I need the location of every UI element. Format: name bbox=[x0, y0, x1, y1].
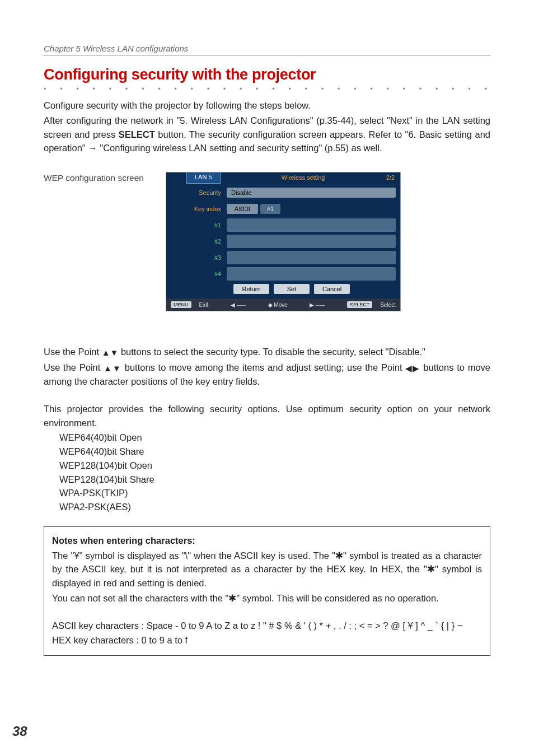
shot-r2-lbl: #2 bbox=[171, 238, 227, 245]
shot-r2-field bbox=[227, 235, 396, 248]
intro-l2c: "Configuring wireless LAN setting and se… bbox=[97, 143, 382, 153]
section-heading: Configuring security with the projector bbox=[44, 66, 490, 83]
wep-config-label: WEP configuration screen bbox=[44, 172, 166, 183]
arrow-icon: → bbox=[88, 143, 97, 153]
usage-l2b: buttons to move among the items and adju… bbox=[121, 362, 405, 372]
wep-config-screenshot: LAN 5 Wireless setting 2/2 Security Disa… bbox=[166, 172, 401, 311]
shot-right-icon: ▶ ----- bbox=[310, 302, 325, 308]
notes-hex: HEX key characters : 0 to 9 a to f bbox=[52, 633, 482, 647]
shot-exit: Exit bbox=[199, 302, 209, 308]
shot-left-icon: ◀ ----- bbox=[231, 302, 246, 308]
shot-select: Select bbox=[380, 302, 396, 308]
usage-l1a: Use the Point bbox=[44, 347, 102, 357]
sec-opt-3: WEP128(104)bit Share bbox=[59, 473, 490, 487]
notes-box: Notes when entering characters: The "¥" … bbox=[44, 526, 490, 656]
sec-opt-0: WEP64(40)bit Open bbox=[59, 431, 490, 445]
usage-line-2: Use the Point ▲▼ buttons to move among t… bbox=[44, 361, 490, 389]
updown-icon-2: ▲▼ bbox=[104, 363, 121, 373]
usage-l1b: buttons to select the security type. To … bbox=[118, 347, 425, 357]
shot-r4-field bbox=[227, 267, 396, 281]
leftright-icon: ◀▶ bbox=[405, 363, 420, 373]
updown-icon: ▲▼ bbox=[102, 348, 119, 357]
shot-page: 2/2 bbox=[386, 172, 400, 184]
shot-keyindex-lbl: Key index bbox=[171, 206, 227, 212]
usage-l2a: Use the Point bbox=[44, 362, 104, 372]
sec-opt-5: WPA2-PSK(AES) bbox=[59, 500, 490, 514]
notes-title: Notes when entering characters: bbox=[52, 534, 482, 548]
sec-opt-1: WEP64(40)bit Share bbox=[59, 445, 490, 459]
shot-r1-field bbox=[227, 218, 396, 232]
shot-r4-lbl: #4 bbox=[171, 270, 227, 277]
notes-p2: You can not set all the characters with … bbox=[52, 591, 482, 605]
shot-ascii: ASCII bbox=[227, 204, 258, 214]
shot-set-btn: Set bbox=[274, 284, 310, 294]
shot-r3-lbl: #3 bbox=[171, 254, 227, 261]
sec-opt-4: WPA-PSK(TKIP) bbox=[59, 486, 490, 500]
usage-line-3: This projector provides the following se… bbox=[44, 402, 490, 430]
shot-hash1: #1 bbox=[260, 204, 280, 214]
shot-security-val: Disable bbox=[227, 188, 396, 198]
chapter-rule bbox=[44, 55, 490, 56]
notes-ascii: ASCII key characters : Space - 0 to 9 A … bbox=[52, 619, 482, 633]
select-button-label: SELECT bbox=[119, 129, 155, 139]
sec-opt-2: WEP128(104)bit Open bbox=[59, 459, 490, 473]
shot-move: ◆ Move bbox=[268, 302, 288, 308]
heading-dots: • • • • • • • • • • • • • • • • • • • • … bbox=[44, 85, 490, 93]
shot-security-lbl: Security bbox=[171, 189, 227, 196]
shot-title: Wireless setting bbox=[221, 172, 386, 184]
shot-r3-field bbox=[227, 251, 396, 264]
shot-r1-lbl: #1 bbox=[171, 222, 227, 228]
shot-tab: LAN 5 bbox=[186, 172, 221, 184]
shot-return-btn: Return bbox=[233, 284, 269, 294]
usage-line-1: Use the Point ▲▼ buttons to select the s… bbox=[44, 345, 490, 360]
shot-menu-chip: MENU bbox=[171, 301, 191, 308]
notes-p1: The "¥" symbol is displayed as "\" when … bbox=[52, 549, 482, 590]
intro-line-2: After configuring the network in "5. Wir… bbox=[44, 114, 490, 155]
intro-line-1: Configure security with the projector by… bbox=[44, 99, 490, 113]
shot-select-chip: SELECT bbox=[347, 301, 372, 308]
page-number: 38 bbox=[12, 724, 27, 739]
chapter-label: Chapter 5 Wireless LAN configurations bbox=[44, 44, 490, 53]
security-options-list: WEP64(40)bit Open WEP64(40)bit Share WEP… bbox=[59, 431, 490, 514]
shot-cancel-btn: Cancel bbox=[314, 284, 350, 294]
